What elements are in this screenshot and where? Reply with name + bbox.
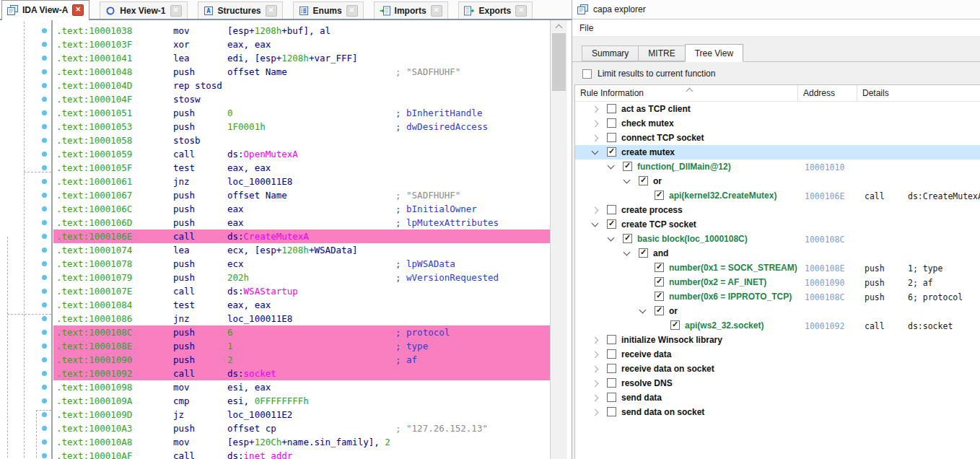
tree-row[interactable]: number(0x1 = SOCK_STREAM)1000108Epush1; …: [575, 261, 980, 275]
tree-checkbox[interactable]: [655, 191, 664, 200]
tab-exports[interactable]: Exports✕: [458, 1, 533, 19]
code-line[interactable]: .text:1000106Ecallds:CreateMutexA: [53, 230, 550, 243]
code-line[interactable]: .text:10001086jnzloc_100011E8: [53, 312, 550, 325]
code-line[interactable]: .text:1000106Dpusheax; lpMutexAttributes: [53, 216, 550, 230]
code-line[interactable]: .text:10001051push0; bInheritHandle: [53, 106, 550, 120]
tab-mitre[interactable]: MITRE: [638, 45, 685, 61]
expand-chevron-icon[interactable]: [608, 235, 615, 242]
limit-results-checkbox[interactable]: [582, 69, 592, 79]
tree-checkbox[interactable]: [607, 219, 616, 229]
tab-hex-view-1[interactable]: Hex View-1✕: [100, 1, 187, 19]
expand-chevron-icon[interactable]: [639, 307, 647, 314]
code-line[interactable]: .text:100010A8mov[esp+120Ch+name.sin_fam…: [53, 435, 550, 449]
expand-chevron-icon[interactable]: [592, 337, 599, 344]
expand-chevron-icon[interactable]: [592, 351, 599, 359]
tree-row[interactable]: function(_DllMain@12)10001010: [575, 159, 980, 174]
code-line[interactable]: .text:10001058stosb: [53, 134, 550, 147]
code-line[interactable]: .text:1000103Fxoreax, eax: [53, 38, 550, 51]
tab-tree-view[interactable]: Tree View: [685, 44, 743, 62]
column-header-details[interactable]: Details: [857, 85, 980, 101]
expand-chevron-icon[interactable]: [624, 177, 631, 184]
tree-row[interactable]: number(0x2 = AF_INET)10001090push2; af: [575, 275, 980, 289]
tree-row[interactable]: connect TCP socket: [575, 131, 980, 145]
tree-row[interactable]: send data on socket: [575, 405, 980, 419]
tab-imports[interactable]: Imports✕: [374, 1, 448, 19]
tree-checkbox[interactable]: [655, 277, 664, 287]
tab-summary[interactable]: Summary: [582, 45, 639, 61]
scrollbar-up-button[interactable]: [551, 20, 567, 32]
expand-chevron-icon[interactable]: [592, 135, 599, 142]
tree-checkbox[interactable]: [607, 393, 616, 402]
code-line[interactable]: .text:10001098movesi, eax: [53, 380, 550, 394]
code-line[interactable]: .text:10001041leaedi, [esp+1208h+var_FFF…: [53, 51, 550, 65]
code-line[interactable]: .text:10001048pushoffset Name; "SADFHUHF…: [53, 65, 550, 79]
column-header-address[interactable]: Address: [798, 85, 857, 101]
scrollbar-thumb[interactable]: [552, 33, 566, 91]
tree-checkbox[interactable]: [655, 292, 664, 301]
tree-row[interactable]: act as TCP client: [575, 102, 980, 116]
tree-checkbox[interactable]: [607, 104, 616, 113]
expand-chevron-icon[interactable]: [592, 220, 599, 227]
tree-row[interactable]: create process: [575, 203, 980, 217]
tab-close-button[interactable]: ✕: [72, 4, 84, 16]
tree-checkbox[interactable]: [655, 306, 664, 315]
tree-row[interactable]: send data: [575, 390, 980, 405]
tab-ida-view-a[interactable]: IDA View-A✕: [1, 0, 89, 19]
tree-row[interactable]: api(kernel32.CreateMutex)1000106Ecallds:…: [575, 188, 980, 203]
tree-row[interactable]: number(0x6 = IPPROTO_TCP)1000108Cpush6; …: [575, 289, 980, 304]
expand-chevron-icon[interactable]: [592, 380, 599, 388]
tab-close-button[interactable]: ✕: [170, 5, 182, 17]
code-line[interactable]: .text:10001092callds:socket: [53, 367, 550, 380]
code-line[interactable]: .text:100010A3pushoffset cp; "127.26.152…: [53, 421, 550, 435]
tab-close-button[interactable]: ✕: [346, 5, 358, 17]
code-line[interactable]: .text:10001067pushoffset Name; "SADFHUHF…: [53, 188, 550, 202]
tree-row[interactable]: create mutex: [575, 145, 980, 159]
tree-row[interactable]: or: [575, 304, 980, 318]
code-line[interactable]: .text:1000107Ecallds:WSAStartup: [53, 284, 550, 298]
tab-close-button[interactable]: ✕: [515, 5, 527, 17]
code-line[interactable]: .text:10001084testeax, eax: [53, 298, 550, 312]
expand-chevron-icon[interactable]: [592, 148, 599, 155]
tab-close-button[interactable]: ✕: [431, 5, 442, 17]
vertical-scrollbar[interactable]: [550, 20, 567, 459]
code-line[interactable]: .text:10001038mov[esp+1208h+buf], al: [53, 24, 550, 38]
code-line[interactable]: .text:10001059callds:OpenMutexA: [53, 147, 550, 161]
code-line[interactable]: .text:1000104Drep stosd: [53, 79, 550, 92]
code-line[interactable]: .text:100010AFcallds:inet_addr: [53, 449, 550, 459]
tree-row[interactable]: api(ws2_32.socket)10001092callds:socket: [575, 318, 980, 333]
tree-checkbox[interactable]: [607, 118, 616, 128]
tree-row[interactable]: resolve DNS: [575, 376, 980, 390]
tree-row[interactable]: or: [575, 174, 980, 188]
code-line[interactable]: .text:1000105Ftesteax, eax: [53, 161, 550, 175]
expand-chevron-icon[interactable]: [592, 106, 599, 113]
code-line[interactable]: .text:1000106Cpusheax; bInitialOwner: [53, 202, 550, 216]
tree-checkbox[interactable]: [607, 349, 616, 359]
code-line[interactable]: .text:1000109Acmpesi, 0FFFFFFFFh: [53, 394, 550, 408]
expand-chevron-icon[interactable]: [592, 395, 599, 402]
tree-checkbox[interactable]: [607, 364, 616, 373]
code-line[interactable]: .text:1000108Epush1; type: [53, 339, 550, 353]
expand-chevron-icon[interactable]: [624, 249, 631, 256]
tree-checkbox[interactable]: [639, 176, 648, 185]
tree-row[interactable]: create TCP socket: [575, 217, 980, 232]
tree-checkbox[interactable]: [607, 205, 616, 214]
tree-checkbox[interactable]: [623, 234, 632, 243]
expand-chevron-icon[interactable]: [592, 121, 599, 128]
tree-checkbox[interactable]: [607, 335, 616, 344]
tree-row[interactable]: receive data: [575, 347, 980, 362]
code-line[interactable]: .text:10001074leaecx, [esp+1208h+WSAData…: [53, 243, 550, 257]
tree-checkbox[interactable]: [655, 263, 664, 272]
code-line[interactable]: .text:1000108Cpush6; protocol: [53, 325, 550, 339]
tab-structures[interactable]: AStructures✕: [198, 1, 283, 19]
expand-chevron-icon[interactable]: [592, 207, 599, 214]
code-line[interactable]: .text:1000109Djzloc_100011E2: [53, 408, 550, 421]
code-line[interactable]: .text:10001079push202h; wVersionRequeste…: [53, 271, 550, 284]
code-line[interactable]: .text:10001061jnzloc_100011E8: [53, 175, 550, 188]
tree-checkbox[interactable]: [670, 320, 680, 330]
tree-checkbox[interactable]: [607, 133, 616, 142]
tree-checkbox[interactable]: [639, 248, 648, 258]
code-line[interactable]: .text:1000104Fstosw: [53, 92, 550, 106]
file-menu[interactable]: File: [574, 22, 598, 35]
tree-row[interactable]: basic block(loc_1000108C)1000108C: [575, 232, 980, 246]
tree-row[interactable]: and: [575, 246, 980, 261]
